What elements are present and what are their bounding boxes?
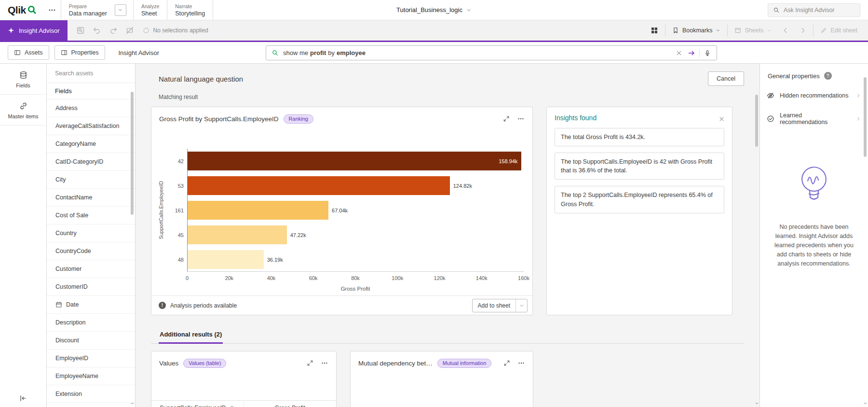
field-item[interactable]: Date xyxy=(47,296,135,314)
scrollbar-thumb[interactable] xyxy=(864,77,867,157)
nl-query-input[interactable]: show meprofitbyemployee xyxy=(266,45,717,60)
expand-icon xyxy=(503,360,510,366)
cancel-button[interactable]: Cancel xyxy=(708,71,744,86)
insight-text-card[interactable]: The top 2 SupportCalls.EmployeeID repres… xyxy=(555,186,724,213)
add-to-sheet-button[interactable]: Add to sheet xyxy=(472,299,528,312)
app-overview-button[interactable] xyxy=(647,23,662,38)
field-item[interactable]: EmployeeID xyxy=(47,350,135,367)
chart-bar[interactable] xyxy=(188,176,450,195)
expand-chart-button[interactable] xyxy=(500,357,514,369)
rail-fields-label: Fields xyxy=(16,83,30,88)
field-item[interactable]: AverageCallSatisfaction xyxy=(47,117,135,135)
sheets-button[interactable]: Sheets xyxy=(731,23,775,38)
mutual-card-actions xyxy=(500,357,528,369)
field-item[interactable]: CatID-CategoryID xyxy=(47,153,135,171)
expand-chart-button[interactable] xyxy=(303,357,317,369)
field-item[interactable]: Extension xyxy=(47,385,135,403)
scrollbar-thumb[interactable] xyxy=(755,95,758,147)
voice-input-button[interactable] xyxy=(701,47,714,59)
column-label: SupportCalls.EmployeeID xyxy=(160,405,226,407)
next-sheet-button[interactable] xyxy=(796,23,810,38)
scroll-down-button[interactable] xyxy=(130,400,135,406)
insight-text-card[interactable]: The top SupportCalls.EmployeeID is 42 wi… xyxy=(555,153,724,180)
field-item[interactable]: ContactName xyxy=(47,189,135,207)
submit-query-button[interactable] xyxy=(685,47,698,59)
smart-search-button[interactable] xyxy=(73,23,88,38)
field-label: Country xyxy=(55,230,77,237)
expand-icon xyxy=(503,115,510,122)
assets-toggle-button[interactable]: Assets xyxy=(8,45,49,60)
insight-advisor-button[interactable]: Insight Advisor xyxy=(0,20,68,41)
clear-query-button[interactable] xyxy=(673,47,685,59)
matching-result-label: Matching result xyxy=(159,94,744,100)
query-text: show meprofitbyemployee xyxy=(283,49,673,56)
bar-value-label: 158.94k xyxy=(499,158,517,164)
chart-bar[interactable] xyxy=(188,225,287,244)
chart-title: Gross Profit by SupportCalls.EmployeeID xyxy=(159,115,279,123)
column-header-gross-profit[interactable]: Gross Profit xyxy=(244,401,336,407)
expand-chart-button[interactable] xyxy=(500,112,513,125)
rail-item-fields[interactable]: Fields xyxy=(0,64,46,95)
edit-sheet-button[interactable]: Edit sheet xyxy=(816,23,861,38)
scroll-down-button[interactable] xyxy=(863,400,868,406)
page-title: Natural language question xyxy=(159,75,243,83)
properties-toggle-button[interactable]: Properties xyxy=(54,45,105,60)
clear-selections-button[interactable] xyxy=(122,23,137,38)
prop-item-hidden-recommendations[interactable]: Hidden recommendations xyxy=(760,85,868,106)
field-item[interactable]: CategoryName xyxy=(47,135,135,153)
field-item[interactable]: CountryCode xyxy=(47,242,135,260)
column-header-employeeid[interactable]: SupportCalls.EmployeeID xyxy=(151,401,244,407)
chart-bar[interactable] xyxy=(188,201,328,220)
app-title[interactable]: Tutorial_Business_logic xyxy=(396,0,472,20)
step-forward-button[interactable] xyxy=(106,23,121,38)
chart-bar-row: 42158.94k xyxy=(188,149,524,173)
prop-item-learned-recommendations[interactable]: Learned recommendations xyxy=(760,106,868,132)
chart-more-menu-button[interactable] xyxy=(514,112,528,125)
chart-more-menu-button[interactable] xyxy=(515,357,528,369)
field-item[interactable]: Address xyxy=(47,99,135,117)
field-item[interactable]: City xyxy=(47,171,135,189)
nav-prepare[interactable]: Prepare Data manager xyxy=(61,0,115,20)
field-item[interactable]: CustomerID xyxy=(47,278,135,296)
nav-analyze[interactable]: Analyze Sheet xyxy=(134,0,167,20)
main-scrollbar[interactable] xyxy=(754,64,759,407)
field-item[interactable]: Discount xyxy=(47,332,135,350)
tab-additional-results[interactable]: Additional results (2) xyxy=(159,328,223,344)
chevron-down-icon xyxy=(716,28,720,33)
search-assets-input[interactable]: Search assets xyxy=(47,64,135,83)
close-insights-button[interactable] xyxy=(715,112,728,126)
chart-bar[interactable]: 158.94k xyxy=(188,152,521,170)
qlik-logo[interactable]: Qlik xyxy=(0,0,43,20)
properties-scrollbar[interactable] xyxy=(863,64,868,407)
scrollbar-thumb[interactable] xyxy=(131,92,134,215)
close-icon xyxy=(676,50,682,56)
chart-more-menu-button[interactable] xyxy=(318,357,331,369)
field-item[interactable]: Description xyxy=(47,314,135,332)
collapse-panel-button[interactable] xyxy=(19,394,27,402)
data-manager-dropdown-button[interactable] xyxy=(115,4,126,16)
field-item[interactable]: Cost of Sale xyxy=(47,207,135,225)
chevron-right-icon xyxy=(799,27,807,34)
field-item[interactable]: Customer xyxy=(47,260,135,278)
assets-scrollbar[interactable] xyxy=(130,64,135,407)
expand-icon xyxy=(307,360,313,366)
bookmarks-button[interactable]: Bookmarks xyxy=(668,23,725,38)
insight-text-card[interactable]: The total Gross Profit is 434.2k. xyxy=(555,128,724,146)
bar-chart: SupportCalls.EmployeeID 42158.94k53124.8… xyxy=(151,128,532,295)
field-item[interactable]: EmployeeName xyxy=(47,367,135,385)
rail-master-items-label: Master items xyxy=(8,113,39,119)
rail-item-master-items[interactable]: Master items xyxy=(0,95,46,126)
global-menu-button[interactable] xyxy=(43,0,61,20)
chart-bar[interactable] xyxy=(188,250,264,269)
field-item[interactable]: Country xyxy=(47,225,135,242)
ask-insight-advisor-search[interactable]: Ask Insight Advisor xyxy=(768,3,860,17)
previous-sheet-button[interactable] xyxy=(778,23,793,38)
field-label: Discount xyxy=(55,337,79,344)
help-icon[interactable]: ? xyxy=(824,72,832,80)
add-to-sheet-dropdown[interactable] xyxy=(515,299,527,312)
field-label: Date xyxy=(66,301,79,308)
scroll-down-button[interactable] xyxy=(754,400,759,406)
step-back-button[interactable] xyxy=(90,23,104,38)
insights-title: Insights found xyxy=(555,114,724,122)
nav-narrate[interactable]: Narrate Storytelling xyxy=(167,0,213,20)
